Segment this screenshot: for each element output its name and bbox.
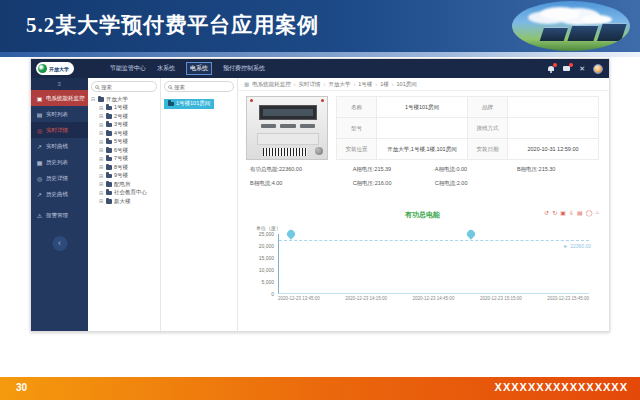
tree-item[interactable]: ⊞ 新大楼 xyxy=(91,197,157,206)
tree1-search[interactable] xyxy=(91,81,157,92)
sidebar-item[interactable]: ▣ 电系统能耗监控 xyxy=(31,90,88,106)
expander-icon[interactable]: ⊞ xyxy=(99,198,104,204)
expander-icon[interactable]: ⊞ xyxy=(99,164,104,170)
stat-value: 有功总电能:22360.00 xyxy=(250,166,353,173)
breadcrumb-segment[interactable]: 101房间 xyxy=(389,81,417,88)
chart-tool-icon[interactable]: ↺ xyxy=(544,209,549,216)
folder-icon xyxy=(106,157,112,162)
tree-item[interactable]: ⊞ 配电所 xyxy=(91,180,157,189)
tree-item[interactable]: ⊞ 社会教育中心 xyxy=(91,189,157,198)
app-screenshot: 开放大学 节能监管中心水系统电系统预付费控制系统 ✕ xyxy=(30,58,610,332)
chart-tool-icon[interactable]: ▣ xyxy=(560,209,566,216)
chart-tool-icon[interactable]: ▤ xyxy=(577,209,583,216)
folder-icon xyxy=(106,114,112,119)
building-tree-panel: ⊟ 开放大学 ⊞ 1号楼 xyxy=(88,78,161,331)
sidebar-item[interactable]: ⚠ 报警管理 xyxy=(31,207,88,223)
breadcrumb-segment[interactable]: 电系统能耗监控 xyxy=(252,81,291,88)
nav-item[interactable]: 预付费控制系统 xyxy=(223,64,265,73)
breadcrumb-segment[interactable]: 开放大学 xyxy=(321,81,351,88)
sidebar-item[interactable]: ◎ 历史详情 xyxy=(31,170,88,186)
expander-icon[interactable]: ⊞ xyxy=(99,130,104,136)
folder-icon xyxy=(106,191,112,196)
expander-icon[interactable]: ⊞ xyxy=(99,113,104,119)
device-table-value: 开放大学,1号楼,1楼,101房间 xyxy=(377,139,468,160)
sidebar-item[interactable]: ◎ 实时详情 xyxy=(31,122,88,138)
sidebar-item-label: 实时列表 xyxy=(46,111,68,118)
stat-value: C相电压:216.00 xyxy=(353,180,435,187)
green-globe-icon xyxy=(38,64,47,73)
selected-room-label: 1号楼101房间 xyxy=(176,100,210,107)
tree-item[interactable]: ⊞ 4号楼 xyxy=(91,129,157,138)
expander-icon[interactable]: ⊟ xyxy=(91,96,96,102)
y-tick-label: 0 xyxy=(271,291,274,297)
x-tick-label: 2020-12-23 14:15:00 xyxy=(345,296,387,301)
tree-item[interactable]: ⊞ 5号楼 xyxy=(91,138,157,147)
chart-tool-icon[interactable]: ↻ xyxy=(552,209,557,216)
tree-item[interactable]: ⊞ 3号楼 xyxy=(91,121,157,130)
sidebar-item-label: 实时曲线 xyxy=(46,143,68,150)
chart-tool-icon[interactable]: ◯ xyxy=(586,209,593,216)
breadcrumb-segment[interactable]: 1号楼 xyxy=(350,81,372,88)
tree-item[interactable]: ⊞ 6号楼 xyxy=(91,146,157,155)
tree-item-label: 8号楼 xyxy=(114,164,128,171)
nav-item[interactable]: 节能监管中心 xyxy=(110,64,146,73)
app-nav: 节能监管中心水系统电系统预付费控制系统 xyxy=(110,62,265,75)
tree-item[interactable]: ⊞ 8号楼 xyxy=(91,163,157,172)
bell-icon[interactable] xyxy=(547,65,555,73)
stat-value: A相电流:0.00 xyxy=(435,166,517,173)
sidebar-collapse-button[interactable]: ‹ xyxy=(52,236,67,251)
expander-icon[interactable]: ⊞ xyxy=(99,156,104,162)
tree-item-label: 9号楼 xyxy=(114,172,128,179)
sidebar-item-icon: ▤ xyxy=(36,111,43,118)
device-table-label: 接线方式 xyxy=(468,118,508,139)
sidebar: ≡ ▣ 电系统能耗监控 ▤ 实时列表 xyxy=(31,78,88,331)
sidebar-item-label: 历史详情 xyxy=(46,175,68,182)
expander-icon[interactable]: ⊞ xyxy=(99,181,104,187)
message-icon[interactable] xyxy=(563,65,571,73)
device-table: 名称 1号楼101房间 品牌 型号 接线方式 安装位置 开放大学,1号楼,1楼,… xyxy=(336,96,599,160)
breadcrumb-segment[interactable]: 1楼 xyxy=(372,81,388,88)
data-point-marker xyxy=(286,228,297,239)
expander-icon[interactable]: ⊞ xyxy=(99,105,104,111)
app-top-bar: 开放大学 节能监管中心水系统电系统预付费控制系统 ✕ xyxy=(31,59,609,78)
chart-tool-icon[interactable]: ⌂ xyxy=(595,209,599,216)
tree-root-item[interactable]: ⊟ 开放大学 xyxy=(91,95,157,104)
search-input[interactable] xyxy=(101,84,153,90)
folder-icon xyxy=(106,174,112,179)
app-header-icons: ✕ xyxy=(547,64,603,74)
y-tick-label: 15,000 xyxy=(259,255,274,261)
sidebar-menu-icon[interactable]: ≡ xyxy=(31,78,88,90)
avatar[interactable] xyxy=(593,64,603,74)
footer-text: XXXXXXXXXXXXXXXX xyxy=(495,381,628,393)
tree-item[interactable]: ⊞ 7号楼 xyxy=(91,155,157,164)
breadcrumb-segment[interactable]: 实时详情 xyxy=(291,81,321,88)
fullscreen-icon[interactable]: ✕ xyxy=(579,65,585,73)
expander-icon[interactable]: ⊞ xyxy=(99,173,104,179)
x-tick-label: 2020-12-23 13:45:00 xyxy=(278,296,320,301)
expander-icon[interactable]: ⊞ xyxy=(99,139,104,145)
selected-room-item[interactable]: 1号楼101房间 xyxy=(164,99,214,109)
sidebar-item[interactable]: ↗ 实时曲线 xyxy=(31,138,88,154)
expander-icon[interactable]: ⊞ xyxy=(99,147,104,153)
building-tree: ⊟ 开放大学 ⊞ 1号楼 xyxy=(91,95,157,206)
sidebar-item[interactable]: ▦ 历史列表 xyxy=(31,154,88,170)
chart-toolbar: ↺↻▣⇩▤◯⌂ xyxy=(544,209,599,216)
tree-item[interactable]: ⊞ 2号楼 xyxy=(91,112,157,121)
sidebar-item[interactable]: ▤ 实时列表 xyxy=(31,106,88,122)
tree-item-label: 2号楼 xyxy=(114,113,128,120)
expander-icon[interactable]: ⊞ xyxy=(99,190,104,196)
tree-item[interactable]: ⊞ 1号楼 xyxy=(91,104,157,113)
expander-icon[interactable]: ⊞ xyxy=(99,122,104,128)
tree2-search[interactable] xyxy=(164,81,234,92)
tree-item[interactable]: ⊞ 9号楼 xyxy=(91,172,157,181)
sidebar-item-icon: ▦ xyxy=(36,159,43,166)
chart-tool-icon[interactable]: ⇩ xyxy=(569,209,574,216)
search-input[interactable] xyxy=(174,84,230,90)
nav-item[interactable]: 水系统 xyxy=(157,64,175,73)
sidebar-item[interactable]: ↗ 历史曲线 xyxy=(31,186,88,202)
app-logo[interactable]: 开放大学 xyxy=(36,62,74,75)
x-tick-label: 2020-12-23 15:45:00 xyxy=(547,296,589,301)
nav-item[interactable]: 电系统 xyxy=(186,62,212,75)
realtime-stats: 有功总电能:22360.00A相电压:215.39A相电流:0.00B相电压:2… xyxy=(250,166,599,187)
tree-item-label: 5号楼 xyxy=(114,138,128,145)
